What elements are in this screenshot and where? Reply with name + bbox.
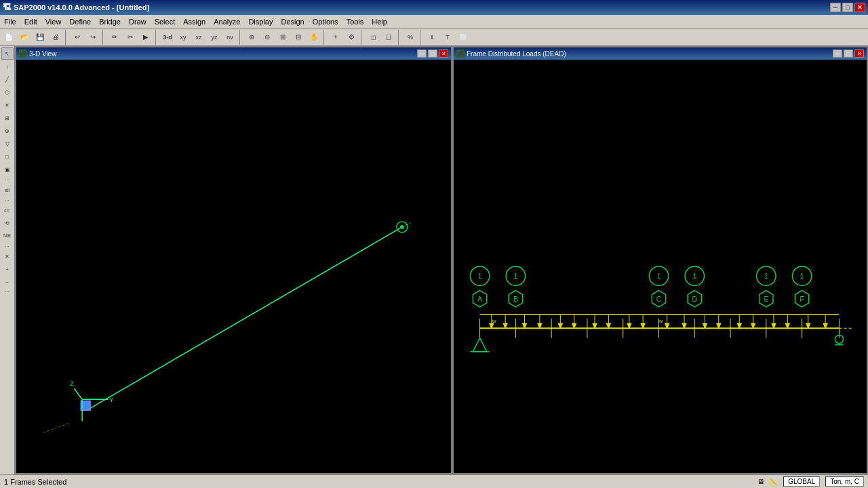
- tb-cut[interactable]: ✂: [123, 30, 138, 45]
- sb-draw-line[interactable]: ╱: [1, 73, 14, 85]
- window-controls[interactable]: ─ □ ✕: [830, 3, 865, 12]
- tb-text2[interactable]: T: [440, 30, 455, 45]
- tb-shape[interactable]: ⬜: [456, 30, 471, 45]
- tb-percent[interactable]: %: [403, 30, 418, 45]
- view-frame-label: Frame Distributed Loads (DEAD): [467, 50, 566, 58]
- tb-sep-3: [155, 30, 158, 45]
- sb-triangle[interactable]: ▽: [1, 138, 14, 150]
- sb-rect[interactable]: □: [1, 150, 14, 163]
- view-frame-controls[interactable]: ─ □ ✕: [833, 49, 864, 58]
- view-frame-window: ⬛ Frame Distributed Loads (DEAD) ─ □ ✕: [452, 46, 868, 474]
- view-frame-minimize[interactable]: ─: [833, 49, 842, 58]
- tb-xz[interactable]: xz: [191, 30, 206, 45]
- view-3d-close[interactable]: ✕: [439, 49, 448, 58]
- status-right: 🖥 📐 GLOBAL Ton, m, C: [757, 476, 864, 487]
- sb-cl[interactable]: cl↑: [1, 204, 14, 216]
- status-icon2: 📐: [770, 478, 778, 485]
- sb-minus[interactable]: −: [1, 276, 14, 288]
- tb-sep-7: [398, 30, 401, 45]
- view-3d-controls[interactable]: ─ □ ✕: [417, 49, 448, 58]
- status-icon: 🖥: [757, 478, 764, 485]
- menu-bridge[interactable]: Bridge: [95, 16, 125, 27]
- tb-xy[interactable]: xy: [176, 30, 191, 45]
- close-button[interactable]: ✕: [854, 3, 865, 12]
- view-frame-svg: 1 1 1 1 1 1 A: [454, 60, 867, 473]
- menu-select[interactable]: Select: [151, 16, 180, 27]
- sb-all[interactable]: all: [1, 184, 14, 196]
- svg-text:Y: Y: [109, 396, 113, 403]
- tb-sep-6: [361, 30, 363, 45]
- tb-nv[interactable]: nv: [222, 30, 237, 45]
- tb-save[interactable]: 💾: [33, 30, 47, 45]
- tb-zoom-box[interactable]: ⊞: [275, 30, 290, 45]
- tb-zoom-out[interactable]: ⊖: [260, 30, 275, 45]
- tb-yz[interactable]: yz: [207, 30, 222, 45]
- menu-define[interactable]: Define: [65, 16, 95, 27]
- svg-text:1: 1: [764, 272, 768, 280]
- sb-grid[interactable]: ⊞: [1, 112, 14, 124]
- menu-display[interactable]: Display: [244, 16, 277, 27]
- menu-help[interactable]: Help: [368, 16, 391, 27]
- tb-zoom-in[interactable]: ⊕: [244, 30, 259, 45]
- menu-view[interactable]: View: [41, 16, 66, 27]
- tb-pan[interactable]: ✋: [307, 30, 321, 45]
- view-frame-canvas[interactable]: 1 1 1 1 1 1 A: [454, 60, 867, 473]
- tb-undo[interactable]: ↩: [70, 30, 85, 45]
- sb-cross2[interactable]: ✕: [1, 250, 14, 262]
- tb-prop[interactable]: ⚙: [344, 30, 359, 45]
- main-area: ↖ ↕ ╱ ⬡ ✕ ⊞ ⊕ ▽ □ ▣ ··· all ··· cl↑ ⟲ N⊞…: [0, 46, 868, 474]
- units: Ton, m, C: [825, 476, 864, 487]
- tb-open[interactable]: 📂: [17, 30, 32, 45]
- view-3d-canvas[interactable]: Z Y: [16, 60, 451, 473]
- coord-system[interactable]: GLOBAL: [783, 476, 820, 487]
- svg-text:1: 1: [800, 272, 804, 280]
- menu-analyze[interactable]: Analyze: [210, 16, 244, 27]
- menu-design[interactable]: Design: [277, 16, 308, 27]
- left-sidebar: ↖ ↕ ╱ ⬡ ✕ ⊞ ⊕ ▽ □ ▣ ··· all ··· cl↑ ⟲ N⊞…: [0, 46, 15, 474]
- tb-add[interactable]: +: [328, 30, 343, 45]
- tb-text[interactable]: I: [425, 30, 439, 45]
- view-3d-svg: Z Y: [16, 60, 451, 473]
- svg-text:C: C: [656, 296, 661, 303]
- view-3d-minimize[interactable]: ─: [417, 49, 427, 58]
- view-frame-title-left: ⬛ Frame Distributed Loads (DEAD): [456, 49, 566, 58]
- svg-text:Z: Z: [70, 380, 74, 387]
- tb-frame[interactable]: ❑: [381, 30, 396, 45]
- menu-draw[interactable]: Draw: [125, 16, 151, 27]
- svg-text:1: 1: [478, 272, 482, 280]
- sb-nodes[interactable]: N⊞: [1, 230, 14, 242]
- tb-zoom-full[interactable]: ⊟: [291, 30, 306, 45]
- sb-plus[interactable]: +: [1, 263, 14, 275]
- tb-new[interactable]: 📄: [1, 30, 16, 45]
- tb-redo[interactable]: ↪: [85, 30, 100, 45]
- tb-sep-5: [323, 30, 326, 45]
- menu-edit[interactable]: Edit: [20, 16, 41, 27]
- view-frame-icon: ⬛: [456, 49, 465, 58]
- menu-file[interactable]: File: [0, 16, 20, 27]
- svg-text:1: 1: [514, 272, 518, 280]
- view-frame-maximize[interactable]: □: [844, 49, 853, 58]
- view-3d-title-left: ⬛ 3-D View: [19, 49, 56, 58]
- menu-bar: File Edit View Define Bridge Draw Select…: [0, 15, 868, 28]
- sb-move[interactable]: ⟲: [1, 217, 14, 229]
- sb-pointer[interactable]: ↕: [1, 60, 14, 73]
- sb-snap[interactable]: ⊕: [1, 125, 14, 137]
- menu-tools[interactable]: Tools: [342, 16, 368, 27]
- sb-cross[interactable]: ✕: [1, 99, 14, 111]
- sb-rect2[interactable]: ▣: [1, 163, 14, 176]
- tb-print[interactable]: 🖨: [48, 30, 63, 45]
- tb-run[interactable]: ▶: [138, 30, 153, 45]
- maximize-button[interactable]: □: [842, 3, 853, 12]
- view-3d-maximize[interactable]: □: [428, 49, 437, 58]
- menu-assign[interactable]: Assign: [179, 16, 210, 27]
- sb-dot1: ···: [1, 197, 14, 203]
- tb-edit[interactable]: ✏: [107, 30, 122, 45]
- menu-options[interactable]: Options: [309, 16, 342, 27]
- sb-select[interactable]: ↖: [1, 47, 14, 60]
- tb-section[interactable]: ◻: [366, 30, 380, 45]
- view-3d-window: ⬛ 3-D View ─ □ ✕: [15, 46, 452, 474]
- minimize-button[interactable]: ─: [830, 3, 841, 12]
- view-frame-close[interactable]: ✕: [854, 49, 864, 58]
- tb-3d[interactable]: 3-d: [160, 30, 175, 45]
- sb-draw-poly[interactable]: ⬡: [1, 86, 14, 98]
